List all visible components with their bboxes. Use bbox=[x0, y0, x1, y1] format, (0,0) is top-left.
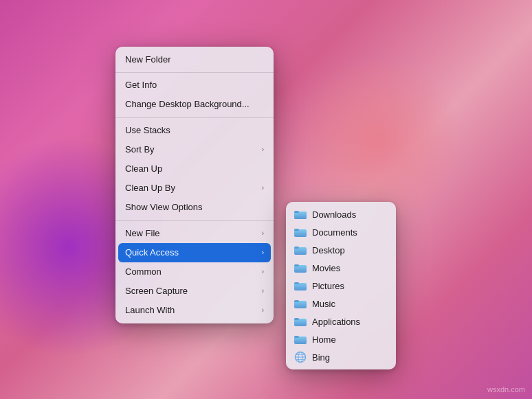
menu-item-label: Quick Access bbox=[125, 247, 179, 259]
menu-item-get-info[interactable]: Get Info bbox=[115, 76, 274, 95]
menu-item-clean-up-by[interactable]: Clean Up By › bbox=[115, 179, 274, 198]
svg-rect-6 bbox=[294, 247, 299, 249]
menu-item-label: Use Stacks bbox=[125, 124, 170, 137]
svg-rect-8 bbox=[294, 264, 299, 266]
menu-item-sort-by[interactable]: Sort By › bbox=[115, 140, 274, 159]
svg-rect-12 bbox=[294, 300, 299, 302]
submenu-arrow-icon: › bbox=[262, 248, 264, 258]
folder-icon bbox=[294, 227, 307, 238]
menu-separator-2 bbox=[115, 117, 274, 118]
menu-item-quick-access[interactable]: Quick Access › bbox=[118, 243, 271, 262]
menu-item-label: Launch With bbox=[125, 304, 175, 317]
svg-rect-4 bbox=[294, 229, 299, 231]
menu-item-label: Show View Options bbox=[125, 201, 203, 214]
menu-item-label: Sort By bbox=[125, 144, 155, 156]
folder-icon bbox=[294, 209, 307, 220]
submenu-item-pictures[interactable]: Pictures bbox=[286, 277, 396, 295]
submenu-item-label: Applications bbox=[312, 317, 360, 327]
menu-separator-1 bbox=[115, 72, 274, 73]
submenu-arrow-icon: › bbox=[262, 145, 264, 155]
svg-rect-2 bbox=[294, 211, 299, 213]
submenu-item-label: Documents bbox=[312, 227, 357, 238]
folder-icon bbox=[294, 334, 307, 345]
menu-item-label: New File bbox=[125, 227, 160, 240]
svg-rect-10 bbox=[294, 282, 299, 284]
submenu-item-bing[interactable]: Bing bbox=[286, 348, 396, 366]
submenu-item-applications[interactable]: Applications bbox=[286, 312, 396, 330]
svg-rect-14 bbox=[294, 318, 299, 320]
bg-decoration-2 bbox=[291, 55, 463, 227]
context-menu: New Folder Get Info Change Desktop Backg… bbox=[115, 47, 274, 323]
menu-item-launch-with[interactable]: Launch With › bbox=[115, 301, 274, 320]
submenu-item-label: Desktop bbox=[312, 245, 345, 255]
svg-rect-16 bbox=[294, 336, 299, 338]
submenu-item-home[interactable]: Home bbox=[286, 330, 396, 348]
submenu-item-label: Music bbox=[312, 299, 335, 309]
menu-item-label: Screen Capture bbox=[125, 285, 188, 297]
menu-item-new-folder[interactable]: New Folder bbox=[115, 50, 274, 69]
menu-item-label: Clean Up By bbox=[125, 182, 175, 194]
submenu-arrow-icon: › bbox=[262, 286, 264, 296]
submenu-arrow-icon: › bbox=[262, 229, 264, 238]
menu-item-new-file[interactable]: New File › bbox=[115, 224, 274, 243]
submenu-item-label: Home bbox=[312, 334, 336, 345]
watermark: wsxdn.com bbox=[487, 385, 525, 394]
submenu-item-movies[interactable]: Movies bbox=[286, 259, 396, 277]
submenu-item-desktop[interactable]: Desktop bbox=[286, 241, 396, 259]
submenu-item-label: Pictures bbox=[312, 281, 344, 291]
folder-icon bbox=[294, 298, 307, 309]
submenu-arrow-icon: › bbox=[262, 267, 264, 277]
folder-icon bbox=[294, 316, 307, 327]
submenu-item-label: Downloads bbox=[312, 209, 356, 220]
folder-icon bbox=[294, 244, 307, 255]
menu-item-label: Common bbox=[125, 266, 162, 278]
submenu-arrow-icon: › bbox=[262, 306, 264, 315]
menu-item-label: Clean Up bbox=[125, 163, 162, 175]
menu-item-label: Change Desktop Background... bbox=[125, 98, 250, 111]
menu-item-common[interactable]: Common › bbox=[115, 262, 274, 282]
menu-item-change-desktop[interactable]: Change Desktop Background... bbox=[115, 95, 274, 114]
menu-separator-3 bbox=[115, 220, 274, 221]
submenu-arrow-icon: › bbox=[262, 183, 264, 193]
submenu-item-documents[interactable]: Documents bbox=[286, 223, 396, 241]
folder-icon bbox=[294, 262, 307, 273]
menu-item-clean-up[interactable]: Clean Up bbox=[115, 159, 274, 179]
menu-item-screen-capture[interactable]: Screen Capture › bbox=[115, 282, 274, 301]
folder-icon bbox=[294, 280, 307, 291]
submenu-item-music[interactable]: Music bbox=[286, 295, 396, 312]
menu-item-show-view-options[interactable]: Show View Options bbox=[115, 198, 274, 217]
globe-icon bbox=[294, 352, 307, 363]
menu-item-label: New Folder bbox=[125, 54, 170, 66]
menu-item-use-stacks[interactable]: Use Stacks bbox=[115, 121, 274, 140]
submenu-item-label: Bing bbox=[312, 352, 330, 363]
submenu-item-downloads[interactable]: Downloads bbox=[286, 205, 396, 223]
quick-access-submenu: Downloads Documents bbox=[286, 202, 396, 369]
menu-item-label: Get Info bbox=[125, 79, 157, 91]
submenu-item-label: Movies bbox=[312, 263, 340, 273]
